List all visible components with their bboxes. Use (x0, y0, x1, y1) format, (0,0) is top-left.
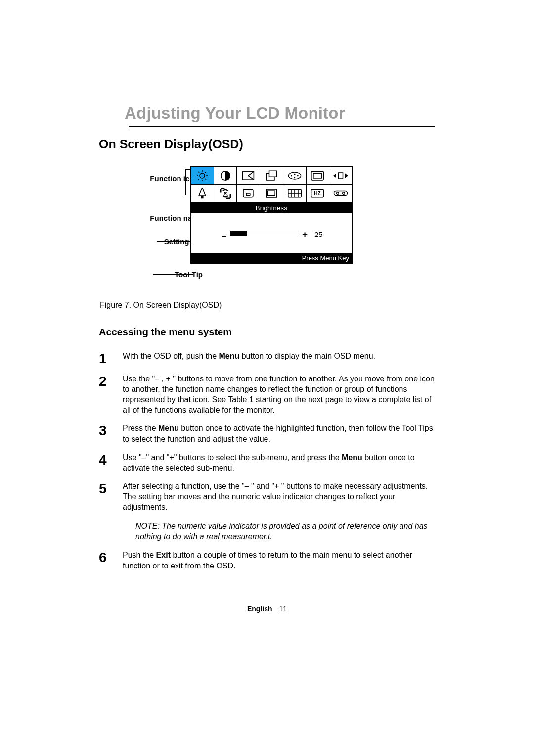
step-number: 4 (99, 452, 123, 473)
svg-rect-37 (334, 191, 348, 195)
leader-line (166, 179, 185, 179)
step: 2 Use the "– , + " buttons to move from … (99, 374, 435, 415)
osd-panel: HZ Brightness – + 25 Press Menu Key (190, 166, 353, 264)
step-number: 2 (99, 374, 123, 415)
contrast-icon[interactable] (214, 167, 237, 185)
page-footer: English 11 (99, 605, 435, 613)
svg-line-12 (248, 176, 254, 180)
osd-tooltip: Press Menu Key (191, 253, 352, 263)
step-body: With the OSD off, push the Menu button t… (123, 351, 435, 366)
svg-rect-14 (269, 171, 277, 177)
lock-icon[interactable] (191, 185, 214, 202)
subheading: Accessing the menu system (99, 327, 435, 338)
svg-marker-23 (345, 173, 348, 178)
plus-label: + (302, 229, 308, 240)
info-icon[interactable] (260, 185, 283, 202)
osd-figure: Function icons Function name Setting bar… (109, 166, 435, 290)
leader-line (153, 274, 193, 275)
section-title: On Screen Display(OSD) (99, 137, 435, 151)
focus-icon[interactable] (237, 167, 260, 185)
step-number: 5 (99, 481, 123, 542)
svg-point-18 (297, 175, 299, 176)
step: 5 After selecting a function, use the "–… (99, 481, 435, 542)
step-text: After selecting a function, use the "– "… (123, 482, 428, 511)
leader-line (157, 241, 193, 242)
position-icon[interactable] (260, 167, 283, 185)
step: 6 Push the Exit button a couple of times… (99, 550, 435, 570)
svg-point-17 (294, 173, 295, 175)
svg-line-5 (198, 172, 199, 173)
svg-line-6 (205, 179, 206, 180)
step-body: Push the Exit button a couple of times t… (123, 550, 435, 570)
step-body: Use the "– , + " buttons to move from on… (123, 374, 435, 415)
chapter-title: Adjusting Your LCD Monitor (125, 104, 435, 123)
setting-bar-track[interactable] (230, 231, 297, 236)
step-note: NOTE: The numeric value indicator is pro… (123, 521, 435, 542)
leader-line (185, 169, 186, 195)
svg-line-11 (248, 171, 254, 175)
icon-row: HZ (191, 185, 352, 202)
divider (129, 126, 435, 127)
misc-icon[interactable] (283, 185, 307, 202)
figure-caption: Figure 7. On Screen Display(OSD) (100, 301, 435, 310)
expand-icon[interactable] (329, 167, 352, 185)
fit-screen-icon[interactable] (307, 167, 330, 185)
svg-rect-29 (268, 191, 275, 196)
audio-icon[interactable] (329, 185, 352, 202)
svg-point-38 (337, 192, 339, 194)
step-body: After selecting a function, use the "– "… (123, 481, 435, 542)
step-body: Press the Menu button once to activate t… (123, 423, 435, 444)
setting-value: 25 (314, 230, 323, 238)
setting-bar-fill (231, 231, 247, 236)
svg-rect-21 (339, 173, 343, 179)
osd-setting-bar-zone: – + 25 (191, 213, 352, 253)
svg-point-16 (291, 175, 292, 176)
icon-row (191, 167, 352, 185)
language-icon[interactable] (237, 185, 260, 202)
svg-marker-24 (199, 188, 206, 196)
step-number: 1 (99, 351, 123, 366)
brightness-icon[interactable] (191, 167, 214, 185)
svg-line-8 (205, 172, 206, 173)
reset-icon[interactable] (214, 185, 237, 202)
osd-function-name: Brightness (191, 202, 352, 213)
step: 1 With the OSD off, push the Menu button… (99, 351, 435, 366)
svg-point-15 (288, 172, 301, 179)
svg-line-7 (198, 179, 199, 180)
svg-point-0 (200, 173, 205, 178)
svg-point-39 (343, 192, 345, 194)
step-number: 6 (99, 550, 123, 570)
footer-page-number: 11 (279, 605, 287, 613)
step-body: Use "–" and "+" buttons to select the su… (123, 452, 435, 473)
minus-label: – (222, 231, 227, 241)
step: 3 Press the Menu button once to activate… (99, 423, 435, 444)
svg-text:HZ: HZ (314, 190, 321, 196)
hz-icon[interactable]: HZ (307, 185, 330, 202)
step: 4 Use "–" and "+" buttons to select the … (99, 452, 435, 473)
leader-line (168, 218, 193, 218)
svg-rect-20 (313, 173, 321, 178)
svg-rect-27 (246, 193, 250, 196)
svg-rect-25 (201, 196, 203, 198)
color-icon[interactable] (283, 167, 307, 185)
step-number: 3 (99, 423, 123, 444)
svg-marker-22 (333, 173, 336, 178)
footer-language: English (247, 605, 272, 613)
